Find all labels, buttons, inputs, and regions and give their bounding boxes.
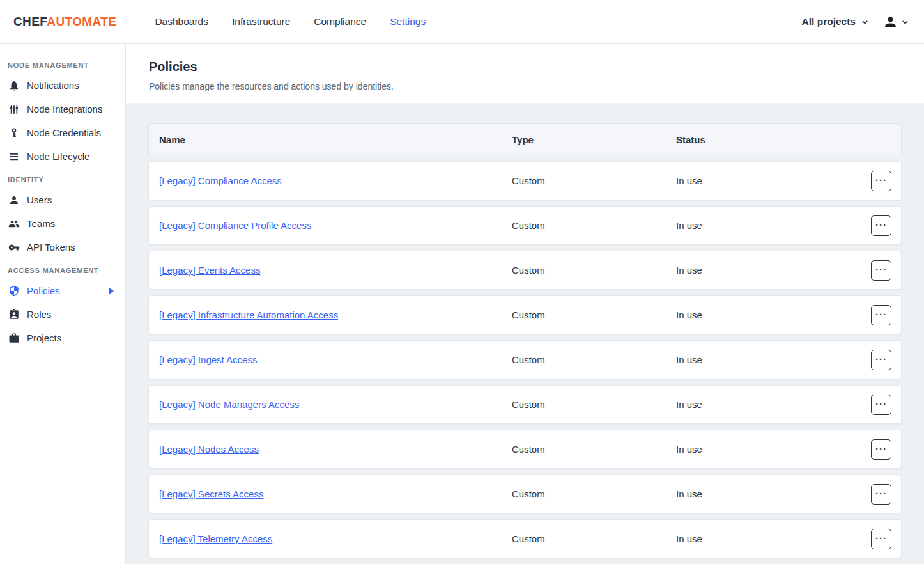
policy-type: Custom bbox=[512, 444, 676, 455]
main-content: Policies Policies manage the resources a… bbox=[126, 44, 924, 564]
sliders-icon bbox=[8, 104, 20, 115]
active-item-arrow-icon bbox=[109, 288, 114, 294]
policy-status: In use bbox=[676, 309, 862, 320]
sidebar-item-label: Node Integrations bbox=[27, 104, 102, 114]
page-title: Policies bbox=[149, 59, 902, 74]
policy-link[interactable]: [Legacy] Events Access bbox=[159, 265, 260, 276]
sidebar-item-projects[interactable]: Projects bbox=[0, 326, 125, 350]
sidebar-section-access-management: ACCESS MANAGEMENT bbox=[0, 259, 125, 279]
projects-filter-dropdown[interactable]: All projects bbox=[802, 16, 868, 27]
sidebar-item-users[interactable]: Users bbox=[0, 188, 125, 212]
sidebar-item-label: API Tokens bbox=[27, 242, 75, 253]
policies-table-area: Name Type Status [Legacy] Compliance Acc… bbox=[126, 103, 924, 564]
policy-status: In use bbox=[676, 489, 862, 499]
more-options-button[interactable]: ··· bbox=[871, 260, 891, 281]
sidebar-item-label: Projects bbox=[27, 333, 61, 343]
more-options-button[interactable]: ··· bbox=[871, 484, 891, 505]
table-row: [Legacy] Events Access Custom In use ··· bbox=[148, 251, 902, 290]
table-row: [Legacy] Compliance Access Custom In use… bbox=[148, 161, 902, 200]
policy-link[interactable]: [Legacy] Secrets Access bbox=[159, 489, 263, 499]
sidebar-item-node-credentials[interactable]: Node Credentials bbox=[0, 121, 125, 145]
sidebar-item-notifications[interactable]: Notifications bbox=[0, 74, 125, 97]
policy-status: In use bbox=[676, 399, 862, 410]
nav-compliance[interactable]: Compliance bbox=[314, 16, 366, 27]
policy-type: Custom bbox=[512, 489, 676, 499]
table-header-row: Name Type Status bbox=[148, 123, 902, 155]
sidebar-item-label: Users bbox=[27, 194, 52, 205]
policy-status: In use bbox=[676, 220, 862, 231]
policy-status: In use bbox=[676, 444, 862, 455]
policy-type: Custom bbox=[512, 220, 676, 231]
sidebar-section-node-management: NODE MANAGEMENT bbox=[0, 54, 125, 74]
sidebar-item-node-lifecycle[interactable]: Node Lifecycle bbox=[0, 145, 125, 168]
topnav-right: All projects bbox=[802, 14, 909, 30]
column-header-name: Name bbox=[159, 134, 512, 145]
more-options-button[interactable]: ··· bbox=[871, 395, 891, 415]
more-options-button[interactable]: ··· bbox=[871, 215, 891, 236]
sidebar-item-teams[interactable]: Teams bbox=[0, 212, 125, 235]
policy-type: Custom bbox=[512, 175, 676, 186]
policy-type: Custom bbox=[512, 533, 676, 544]
more-options-button[interactable]: ··· bbox=[871, 439, 891, 460]
top-navigation: CHEFAUTOMATE Dashboards Infrastructure C… bbox=[0, 0, 924, 44]
table-row: [Legacy] Node Managers Access Custom In … bbox=[148, 385, 902, 424]
policy-link[interactable]: [Legacy] Infrastructure Automation Acces… bbox=[159, 309, 338, 320]
briefcase-icon bbox=[8, 333, 20, 344]
more-options-button[interactable]: ··· bbox=[871, 305, 891, 325]
table-row: [Legacy] Compliance Profile Access Custo… bbox=[148, 206, 902, 245]
policy-status: In use bbox=[676, 265, 862, 276]
page-subtitle: Policies manage the resources and action… bbox=[149, 81, 902, 91]
table-row: [Legacy] Telemetry Access Custom In use … bbox=[148, 519, 902, 558]
logo-chef: CHEF bbox=[13, 15, 47, 28]
policy-type: Custom bbox=[512, 265, 676, 276]
more-options-button[interactable]: ··· bbox=[871, 529, 891, 549]
sidebar-section-identity: IDENTITY bbox=[0, 168, 125, 188]
settings-sidebar: NODE MANAGEMENT Notifications Node Integ… bbox=[0, 44, 126, 564]
chef-automate-logo[interactable]: CHEFAUTOMATE bbox=[13, 15, 116, 29]
bell-icon bbox=[8, 80, 20, 91]
more-options-button[interactable]: ··· bbox=[871, 350, 891, 370]
nav-dashboards[interactable]: Dashboards bbox=[155, 16, 208, 27]
policy-type: Custom bbox=[512, 354, 676, 365]
user-menu[interactable] bbox=[882, 14, 909, 30]
people-icon bbox=[8, 218, 20, 230]
key-vertical-icon bbox=[8, 127, 20, 139]
policy-type: Custom bbox=[512, 309, 676, 320]
chevron-down-icon bbox=[861, 19, 868, 26]
policy-status: In use bbox=[676, 533, 862, 544]
sidebar-item-label: Policies bbox=[27, 285, 60, 296]
shield-icon bbox=[8, 285, 20, 297]
table-row: [Legacy] Nodes Access Custom In use ··· bbox=[148, 430, 902, 469]
nav-infrastructure[interactable]: Infrastructure bbox=[232, 16, 290, 27]
sidebar-item-label: Node Credentials bbox=[27, 127, 101, 138]
policy-link[interactable]: [Legacy] Nodes Access bbox=[159, 444, 259, 455]
policy-link[interactable]: [Legacy] Telemetry Access bbox=[159, 533, 272, 544]
policy-status: In use bbox=[676, 175, 862, 186]
sidebar-item-api-tokens[interactable]: API Tokens bbox=[0, 235, 125, 259]
nav-settings[interactable]: Settings bbox=[390, 16, 426, 27]
column-header-status: Status bbox=[676, 134, 862, 145]
page-header: Policies Policies manage the resources a… bbox=[126, 44, 924, 103]
table-row: [Legacy] Infrastructure Automation Acces… bbox=[148, 295, 902, 334]
policy-link[interactable]: [Legacy] Node Managers Access bbox=[159, 399, 299, 410]
main-nav: Dashboards Infrastructure Compliance Set… bbox=[155, 16, 426, 27]
policy-status: In use bbox=[676, 354, 862, 365]
policy-link[interactable]: [Legacy] Compliance Profile Access bbox=[159, 220, 311, 231]
projects-filter-label: All projects bbox=[802, 16, 856, 27]
more-options-button[interactable]: ··· bbox=[871, 171, 891, 191]
badge-icon bbox=[8, 309, 20, 320]
logo-automate: AUTOMATE bbox=[47, 15, 116, 28]
user-avatar-icon bbox=[882, 14, 898, 30]
sidebar-item-roles[interactable]: Roles bbox=[0, 302, 125, 326]
sidebar-item-node-integrations[interactable]: Node Integrations bbox=[0, 97, 125, 121]
table-row: [Legacy] Ingest Access Custom In use ··· bbox=[148, 340, 902, 379]
sidebar-item-label: Teams bbox=[27, 218, 55, 229]
sidebar-item-policies[interactable]: Policies bbox=[0, 279, 125, 302]
policy-type: Custom bbox=[512, 399, 676, 410]
column-header-type: Type bbox=[512, 134, 676, 145]
policy-link[interactable]: [Legacy] Compliance Access bbox=[159, 175, 282, 186]
policy-link[interactable]: [Legacy] Ingest Access bbox=[159, 354, 257, 365]
sidebar-item-label: Node Lifecycle bbox=[27, 151, 89, 162]
sidebar-item-label: Roles bbox=[27, 309, 51, 320]
sidebar-item-label: Notifications bbox=[27, 80, 79, 91]
